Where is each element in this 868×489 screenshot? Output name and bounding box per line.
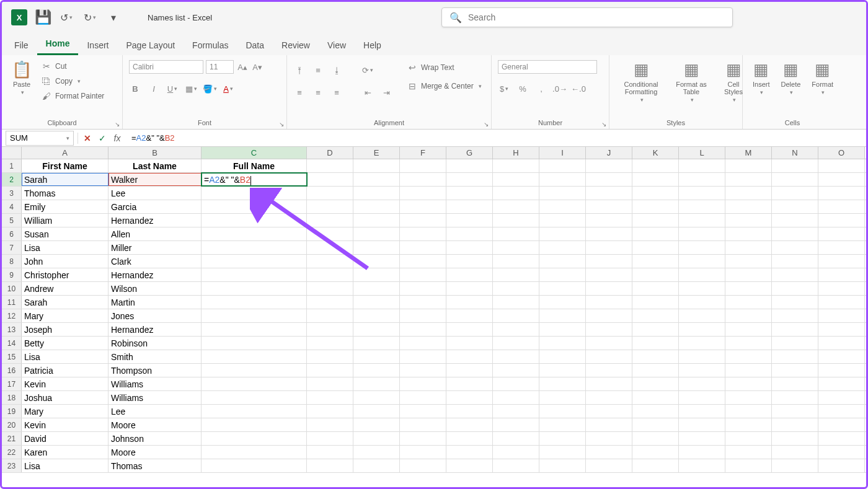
- align-right-icon[interactable]: ≡: [330, 86, 343, 99]
- cell-M15[interactable]: [725, 350, 772, 363]
- cell-E22[interactable]: [353, 446, 400, 459]
- cell-A17[interactable]: Kevin: [22, 377, 108, 390]
- cell-J17[interactable]: [586, 377, 632, 390]
- cell-H1[interactable]: [493, 159, 539, 172]
- cell-O21[interactable]: [818, 432, 865, 445]
- cell-G2[interactable]: [446, 173, 493, 186]
- cell-B4[interactable]: Garcia: [108, 200, 202, 213]
- cell-K23[interactable]: [632, 459, 679, 472]
- cell-F1[interactable]: [400, 159, 446, 172]
- cell-H20[interactable]: [493, 418, 539, 431]
- cell-F4[interactable]: [400, 200, 446, 213]
- cell-C16[interactable]: [202, 364, 307, 377]
- cell-A22[interactable]: Karen: [22, 446, 108, 459]
- cell-K15[interactable]: [632, 350, 679, 363]
- cell-G20[interactable]: [446, 418, 493, 431]
- column-header-M[interactable]: M: [725, 147, 772, 159]
- tab-formulas[interactable]: Formulas: [184, 35, 237, 55]
- cell-E17[interactable]: [353, 377, 400, 390]
- cell-I7[interactable]: [539, 241, 586, 254]
- search-box[interactable]: 🔍: [441, 7, 733, 27]
- cell-M3[interactable]: [725, 187, 772, 200]
- cell-D22[interactable]: [307, 446, 353, 459]
- row-header-8[interactable]: 8: [2, 255, 22, 268]
- cell-I22[interactable]: [539, 446, 586, 459]
- cell-F23[interactable]: [400, 459, 446, 472]
- redo-button[interactable]: ↻: [82, 9, 98, 25]
- cell-H21[interactable]: [493, 432, 539, 445]
- column-header-H[interactable]: H: [493, 147, 539, 159]
- cell-G5[interactable]: [446, 214, 493, 227]
- font-name-select[interactable]: [129, 60, 203, 74]
- column-header-J[interactable]: J: [586, 147, 632, 159]
- cell-J13[interactable]: [586, 323, 632, 336]
- cell-D14[interactable]: [307, 337, 353, 350]
- cell-K17[interactable]: [632, 377, 679, 390]
- insert-function-button[interactable]: fx: [112, 133, 123, 144]
- cell-J7[interactable]: [586, 241, 632, 254]
- cell-I19[interactable]: [539, 405, 586, 418]
- cell-E23[interactable]: [353, 459, 400, 472]
- cell-J22[interactable]: [586, 446, 632, 459]
- cell-L16[interactable]: [679, 364, 725, 377]
- cell-A4[interactable]: Emily: [22, 200, 108, 213]
- cell-H18[interactable]: [493, 391, 539, 404]
- cell-N11[interactable]: [772, 296, 818, 309]
- cell-I20[interactable]: [539, 418, 586, 431]
- cell-D17[interactable]: [307, 377, 353, 390]
- cell-G4[interactable]: [446, 200, 493, 213]
- font-size-select[interactable]: [206, 60, 234, 74]
- cell-O23[interactable]: [818, 459, 865, 472]
- row-header-18[interactable]: 18: [2, 391, 22, 404]
- cell-B8[interactable]: Clark: [108, 255, 202, 268]
- formula-input[interactable]: =A2&" "&B2: [126, 133, 866, 143]
- cell-N3[interactable]: [772, 187, 818, 200]
- cell-J23[interactable]: [586, 459, 632, 472]
- row-header-20[interactable]: 20: [2, 418, 22, 431]
- cell-I18[interactable]: [539, 391, 586, 404]
- align-top-icon[interactable]: ⭱: [293, 64, 306, 76]
- cell-G17[interactable]: [446, 377, 493, 390]
- tab-view[interactable]: View: [319, 35, 355, 55]
- cell-O9[interactable]: [818, 268, 865, 281]
- cell-O15[interactable]: [818, 350, 865, 363]
- cell-E8[interactable]: [353, 255, 400, 268]
- cell-C5[interactable]: [202, 214, 307, 227]
- cell-K8[interactable]: [632, 255, 679, 268]
- cell-D11[interactable]: [307, 296, 353, 309]
- format-painter-button[interactable]: 🖌Format Painter: [39, 90, 107, 102]
- cell-A23[interactable]: Lisa: [22, 459, 108, 472]
- cell-O6[interactable]: [818, 227, 865, 240]
- alignment-dialog-launcher[interactable]: ↘: [484, 121, 489, 128]
- row-header-11[interactable]: 11: [2, 296, 22, 309]
- cell-K12[interactable]: [632, 309, 679, 322]
- format-as-table-button[interactable]: ▦Format as Table: [670, 58, 712, 105]
- cell-A5[interactable]: William: [22, 214, 108, 227]
- cell-J12[interactable]: [586, 309, 632, 322]
- cell-L3[interactable]: [679, 187, 725, 200]
- cell-N16[interactable]: [772, 364, 818, 377]
- cell-C20[interactable]: [202, 418, 307, 431]
- cell-M8[interactable]: [725, 255, 772, 268]
- cell-J2[interactable]: [586, 173, 632, 186]
- cell-M21[interactable]: [725, 432, 772, 445]
- column-header-O[interactable]: O: [818, 147, 865, 159]
- cell-B23[interactable]: Thomas: [108, 459, 202, 472]
- cell-D13[interactable]: [307, 323, 353, 336]
- cell-F15[interactable]: [400, 350, 446, 363]
- cell-C6[interactable]: [202, 227, 307, 240]
- cell-H4[interactable]: [493, 200, 539, 213]
- enter-formula-button[interactable]: ✓: [97, 133, 108, 144]
- cell-A8[interactable]: John: [22, 255, 108, 268]
- cell-F10[interactable]: [400, 282, 446, 295]
- cell-N9[interactable]: [772, 268, 818, 281]
- number-format-select[interactable]: [498, 60, 597, 74]
- decrease-font-icon[interactable]: A▾: [251, 61, 264, 73]
- cell-G14[interactable]: [446, 337, 493, 350]
- cell-J3[interactable]: [586, 187, 632, 200]
- cell-D23[interactable]: [307, 459, 353, 472]
- cell-L4[interactable]: [679, 200, 725, 213]
- cell-A2[interactable]: Sarah: [22, 173, 108, 186]
- cell-G11[interactable]: [446, 296, 493, 309]
- cell-D1[interactable]: [307, 159, 353, 172]
